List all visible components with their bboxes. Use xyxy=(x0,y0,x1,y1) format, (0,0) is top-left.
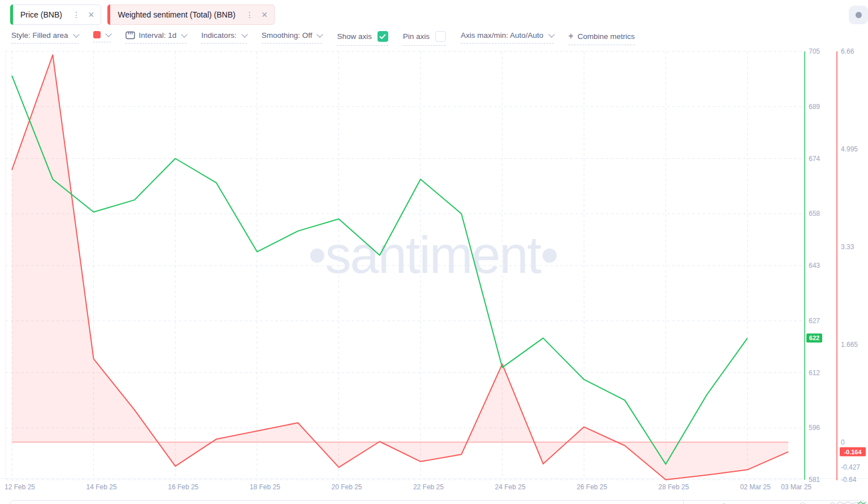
smoothing-dropdown-label: Smoothing: Off xyxy=(262,31,313,40)
metric-chip-label: Weighted sentiment (Total) (BNB) xyxy=(118,10,235,19)
x-axis-label: 26 Feb 25 xyxy=(576,483,607,491)
metric-color-bar xyxy=(107,5,110,25)
show-axis-toggle[interactable]: Show axis xyxy=(337,31,388,46)
sentiment-axis-label: 0 xyxy=(841,438,845,446)
chevron-down-icon xyxy=(73,31,79,37)
price-axis-label: 705 xyxy=(809,47,820,55)
price-axis-label: 596 xyxy=(809,424,820,432)
price-axis-label: 674 xyxy=(809,155,820,163)
interval-dropdown-label: Interval: 1d xyxy=(139,31,177,40)
x-axis-label: 02 Mar 25 xyxy=(740,483,771,491)
chevron-down-icon xyxy=(317,31,323,37)
style-dropdown[interactable]: Style: Filled area xyxy=(11,31,79,44)
metric-chip-sentiment[interactable]: Weighted sentiment (Total) (BNB) ⋮ × xyxy=(107,5,275,25)
show-axis-checkbox[interactable] xyxy=(377,31,388,42)
preview-sparkline xyxy=(10,501,867,504)
x-axis-label: 16 Feb 25 xyxy=(168,483,198,491)
price-axis-label: 612 xyxy=(809,369,820,377)
x-axis-label: 14 Feb 25 xyxy=(86,483,117,491)
axis-maxmin-dropdown[interactable]: Axis max/min: Auto/Auto xyxy=(461,31,553,44)
axis-maxmin-label: Axis max/min: Auto/Auto xyxy=(461,31,543,40)
sentiment-axis-label: 1.665 xyxy=(841,341,858,349)
x-axis-label: 03 Mar 25 xyxy=(781,483,811,491)
x-axis-label: 12 Feb 25 xyxy=(5,483,35,491)
price-axis-label: 658 xyxy=(809,210,820,218)
price-axis-label: 581 xyxy=(809,476,820,484)
metric-chip-label: Price (BNB) xyxy=(20,10,62,19)
pin-axis-toggle[interactable]: Pin axis xyxy=(403,31,446,46)
plus-icon: + xyxy=(568,31,574,41)
metric-chip-price[interactable]: Price (BNB) ⋮ × xyxy=(10,5,101,25)
chevron-down-icon xyxy=(181,31,188,37)
sentiment-axis-label: -0.64 xyxy=(841,476,857,484)
sentiment-fill xyxy=(12,55,788,480)
chevron-down-icon xyxy=(105,31,111,37)
check-icon xyxy=(379,34,386,40)
combine-metrics-button[interactable]: + Combine metrics xyxy=(568,31,635,45)
color-swatch-dropdown[interactable] xyxy=(93,31,111,42)
metric-chips-row: Price (BNB) ⋮ × Weighted sentiment (Tota… xyxy=(10,5,275,25)
pin-axis-checkbox[interactable] xyxy=(435,31,446,42)
combine-metrics-label: Combine metrics xyxy=(578,32,635,41)
price-axis-label: 689 xyxy=(809,103,820,111)
indicators-dropdown-label: Indicators: xyxy=(201,31,236,40)
sentiment-axis-label: 3.33 xyxy=(841,243,854,251)
x-axis-label: 28 Feb 25 xyxy=(658,483,689,491)
interval-ruler-icon xyxy=(125,31,135,40)
x-axis-label: 22 Feb 25 xyxy=(413,483,444,491)
timeline-preview[interactable] xyxy=(10,500,867,504)
sentiment-axis-label: 4.995 xyxy=(841,145,858,153)
metric-color-bar xyxy=(10,5,13,25)
pin-axis-label: Pin axis xyxy=(403,32,429,41)
show-axis-label: Show axis xyxy=(337,32,372,41)
indicators-dropdown[interactable]: Indicators: xyxy=(201,31,246,44)
floating-action-button[interactable] xyxy=(849,6,868,24)
close-icon[interactable]: × xyxy=(261,10,269,20)
sentiment-last-value-badge: -0.164 xyxy=(844,449,862,455)
kebab-icon[interactable]: ⋮ xyxy=(244,11,255,19)
kebab-icon[interactable]: ⋮ xyxy=(71,11,82,19)
sentiment-axis-label: -0.427 xyxy=(841,463,860,471)
price-axis-label: 643 xyxy=(809,262,820,270)
dot-icon xyxy=(856,12,862,18)
color-swatch xyxy=(93,31,101,38)
price-last-value-badge: 622 xyxy=(809,334,819,341)
chevron-down-icon xyxy=(548,31,554,37)
x-axis-label: 20 Feb 25 xyxy=(332,483,362,491)
style-dropdown-label: Style: Filled area xyxy=(11,31,68,40)
x-axis-label: 18 Feb 25 xyxy=(250,483,280,491)
interval-dropdown[interactable]: Interval: 1d xyxy=(125,31,187,44)
sentiment-axis-label: 6.66 xyxy=(841,47,854,55)
close-icon[interactable]: × xyxy=(87,10,96,20)
chart-canvas[interactable]: 7056896746586436276125965816.664.9953.33… xyxy=(0,0,868,504)
chart-toolbar: Style: Filled area Interval: 1d Indicato… xyxy=(11,31,635,46)
x-axis-label: 24 Feb 25 xyxy=(495,483,526,491)
smoothing-dropdown[interactable]: Smoothing: Off xyxy=(262,31,323,44)
price-axis-label: 627 xyxy=(809,317,820,325)
chevron-down-icon xyxy=(241,31,248,37)
